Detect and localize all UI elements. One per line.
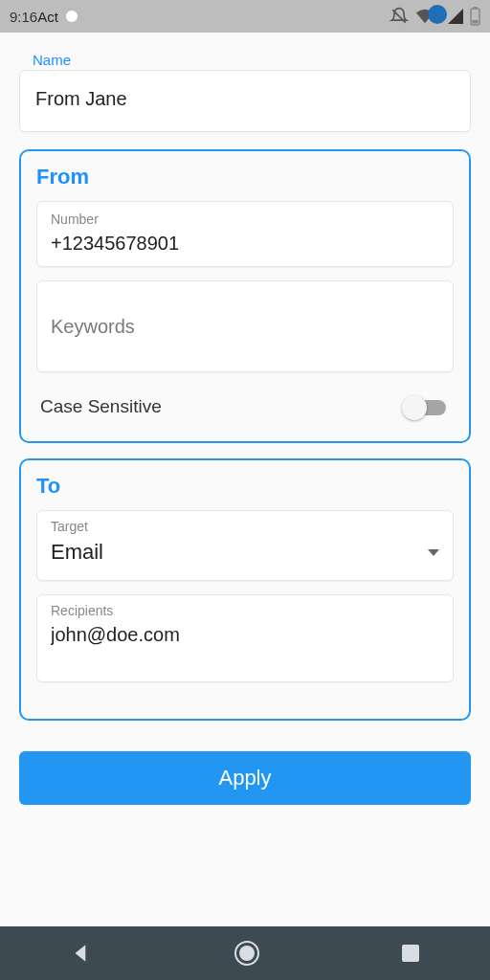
name-field[interactable]	[19, 70, 471, 132]
recents-icon[interactable]	[400, 943, 421, 964]
recipients-field[interactable]: Recipients	[36, 594, 454, 682]
from-section: From Number Case Sensitive	[19, 149, 471, 443]
target-field[interactable]: Target Email	[36, 510, 454, 581]
battery-icon	[470, 7, 480, 26]
wifi-overlay-icon	[424, 5, 447, 28]
back-icon[interactable]	[69, 941, 94, 966]
number-label: Number	[51, 212, 439, 227]
status-dot	[66, 11, 78, 22]
target-label: Target	[51, 519, 439, 534]
apply-button[interactable]: Apply	[19, 751, 471, 805]
notifications-off-icon	[390, 7, 409, 26]
navigation-bar	[0, 926, 490, 980]
recipients-input[interactable]	[51, 624, 439, 646]
svg-rect-3	[474, 7, 478, 10]
number-field[interactable]: Number	[36, 201, 454, 267]
keywords-input[interactable]	[51, 316, 439, 338]
name-label: Name	[33, 52, 471, 68]
chevron-down-icon	[428, 549, 439, 556]
svg-rect-7	[402, 945, 419, 962]
svg-point-1	[428, 5, 447, 24]
status-time: 9:16	[10, 9, 37, 25]
keywords-field[interactable]	[36, 280, 454, 372]
to-section: To Target Email Recipients	[19, 458, 471, 721]
from-heading: From	[36, 165, 454, 189]
case-sensitive-label: Case Sensitive	[40, 396, 162, 417]
target-value: Email	[51, 540, 103, 565]
case-sensitive-toggle[interactable]	[402, 395, 450, 418]
name-input[interactable]	[35, 88, 455, 110]
svg-point-6	[239, 946, 255, 961]
svg-rect-4	[473, 20, 479, 24]
number-input[interactable]	[51, 233, 439, 255]
to-heading: To	[36, 474, 454, 499]
home-icon[interactable]	[233, 939, 261, 968]
status-bar: 9:16 Act	[0, 0, 490, 33]
cellular-icon	[447, 8, 464, 25]
screen-title-fragment: Act	[37, 9, 58, 25]
recipients-label: Recipients	[51, 603, 439, 618]
case-sensitive-row: Case Sensitive	[36, 386, 454, 418]
